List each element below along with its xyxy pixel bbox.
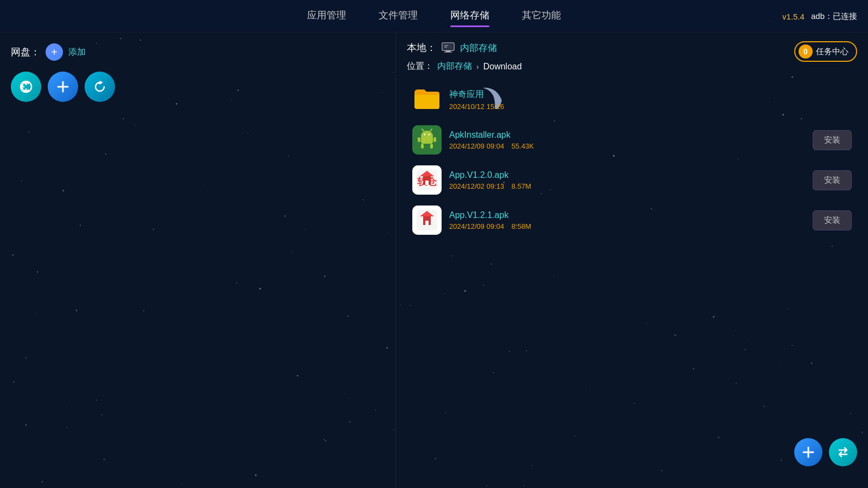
install-apkinstaller-button[interactable]: 安装 [813,130,852,150]
action-buttons [11,72,385,102]
file-folder-info: 神奇应用 2024/10/12 15:26 [449,89,852,111]
right-panel: 本地： 内部存储 0 任务中心 位置： 内部存储 › D [396,33,868,488]
storage-name: 内部存储 [460,42,497,54]
task-badge-count: 0 [799,44,813,59]
local-header: 本地： 内部存储 [407,41,857,54]
breadcrumb: 位置： 内部存储 › Download [407,61,857,72]
appv120-info: App.V1.2.0.apk 2024/12/02 09:13 8.57M [449,170,813,190]
right-transfer-button[interactable] [829,438,857,466]
file-item-folder[interactable]: 神奇应用 2024/10/12 15:26 [407,81,857,119]
svg-rect-11 [421,136,433,144]
nav-app-mgr[interactable]: 应用管理 [307,9,346,24]
file-item-apkinstaller[interactable]: ApkInstaller.apk 2024/12/09 09:04 55.43K… [407,121,857,159]
local-label: 本地： [407,41,436,54]
install-appv120-button[interactable]: 安装 [813,170,852,190]
panel-header: 网盘： + 添加 [11,43,385,61]
svg-point-17 [429,134,430,136]
nav-net-storage[interactable]: 网络存储 [450,9,489,24]
panel-title: 网盘： [11,46,40,59]
nav-other-func[interactable]: 其它功能 [522,9,561,24]
right-add-button[interactable] [794,438,822,466]
app-v121-icon [412,206,442,235]
file-list: 神奇应用 2024/10/12 15:26 [407,81,857,239]
folder-date: 2024/10/12 15:26 [449,102,852,111]
breadcrumb-separator: › [476,62,479,71]
apk-installer-icon [412,125,442,155]
svg-rect-24 [425,181,429,185]
appv121-name: App.V1.2.1.apk [449,210,813,220]
adb-status: adb：已连接 [811,11,857,21]
appv120-name: App.V1.2.0.apk [449,170,813,180]
app-v120-icon: 软仓 [412,165,442,195]
version-label: v1.5.4 [782,11,805,21]
sync-button[interactable] [11,72,41,102]
add-cloud-label[interactable]: 添加 [68,47,86,58]
svg-rect-14 [421,144,424,149]
svg-rect-15 [430,144,433,149]
right-action-buttons [794,438,857,466]
svg-point-16 [424,134,426,136]
add-cloud-button[interactable]: + [46,43,63,61]
appv121-info: App.V1.2.1.apk 2024/12/09 09:04 8.58M [449,210,813,230]
nav-file-mgr[interactable]: 文件管理 [379,9,418,24]
storage-icon [442,42,455,53]
appv121-meta: 2024/12/09 09:04 8.58M [449,222,813,230]
main-content: 网盘： + 添加 [0,33,868,488]
breadcrumb-root[interactable]: 内部存储 [437,61,472,72]
breadcrumb-label: 位置： [407,61,433,72]
folder-icon [412,85,442,114]
top-right-info: v1.5.4 adb：已连接 [782,11,857,21]
folder-name: 神奇应用 [449,89,852,100]
refresh-button[interactable] [85,72,115,102]
file-item-appv121[interactable]: App.V1.2.1.apk 2024/12/09 09:04 8.58M 安装 [407,201,857,239]
breadcrumb-current: Download [483,62,522,72]
file-item-appv120[interactable]: 软仓 App.V1.2.0.apk 2024/12/02 09:13 8.57M… [407,161,857,199]
install-appv121-button[interactable]: 安装 [813,210,852,230]
nav-items: 应用管理 文件管理 网络存储 其它功能 [307,9,561,24]
task-center-button[interactable]: 0 任务中心 [794,41,857,62]
appv120-meta: 2024/12/02 09:13 8.57M [449,182,813,190]
svg-rect-4 [443,44,453,49]
apkinstaller-name: ApkInstaller.apk [449,130,813,140]
task-center-label: 任务中心 [816,47,848,57]
top-nav: 应用管理 文件管理 网络存储 其它功能 v1.5.4 adb：已连接 [0,0,868,33]
svg-rect-12 [418,137,420,142]
svg-rect-28 [425,221,429,225]
left-panel: 网盘： + 添加 [0,33,396,488]
svg-rect-13 [433,137,436,142]
apkinstaller-info: ApkInstaller.apk 2024/12/09 09:04 55.43K [449,130,813,150]
apkinstaller-meta: 2024/12/09 09:04 55.43K [449,142,813,150]
add-file-button[interactable] [48,72,78,102]
